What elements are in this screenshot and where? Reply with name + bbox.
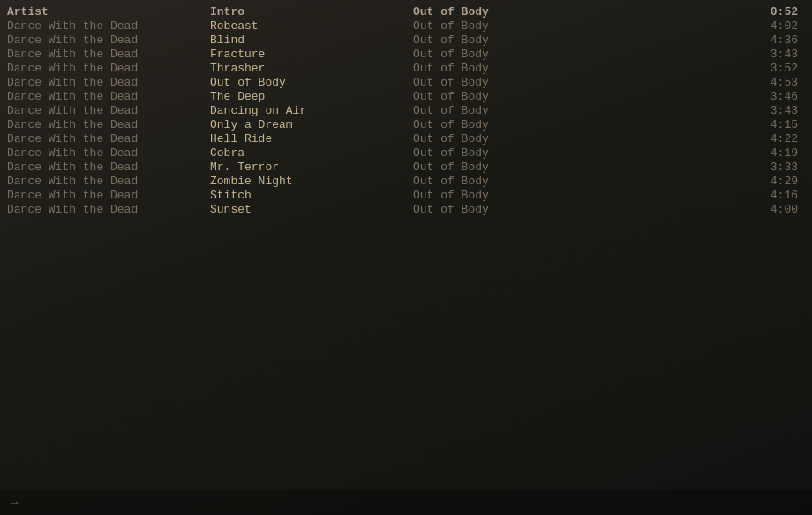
table-row[interactable]: Dance With the DeadSunsetOut of Body4:00: [0, 201, 812, 215]
track-title: Thrasher: [210, 62, 413, 75]
track-title: Blind: [210, 34, 413, 47]
track-album: Out of Body: [413, 146, 616, 160]
track-duration: 4:29: [616, 175, 805, 188]
track-duration: 3:43: [616, 48, 805, 61]
track-artist: Dance With the Dead: [7, 48, 210, 61]
track-artist: Dance With the Dead: [7, 76, 210, 89]
track-artist: Dance With the Dead: [7, 118, 210, 131]
header-artist-col: Artist: [7, 5, 210, 19]
track-artist: Dance With the Dead: [7, 62, 210, 75]
track-album: Out of Body: [413, 104, 616, 117]
track-artist: Dance With the Dead: [7, 175, 210, 188]
track-album: Out of Body: [413, 90, 616, 103]
track-list: Artist Intro Out of Body 0:52 Dance With…: [0, 0, 812, 219]
track-album: Out of Body: [413, 62, 616, 75]
track-album: Out of Body: [413, 175, 616, 188]
table-row[interactable]: Dance With the DeadOut of BodyOut of Bod…: [0, 74, 812, 88]
track-title: Cobra: [210, 146, 413, 160]
track-duration: 4:15: [616, 118, 805, 131]
header-duration-col: 0:52: [616, 5, 805, 19]
track-artist: Dance With the Dead: [7, 189, 210, 202]
track-duration: 3:43: [616, 104, 805, 117]
track-duration: 4:22: [616, 132, 805, 146]
track-duration: 3:33: [616, 160, 805, 174]
bottom-bar: →: [0, 490, 812, 515]
header-title-col: Intro: [210, 5, 413, 19]
track-duration: 3:46: [616, 90, 805, 103]
track-album: Out of Body: [413, 48, 616, 61]
track-artist: Dance With the Dead: [7, 90, 210, 103]
track-artist: Dance With the Dead: [7, 104, 210, 117]
track-title: Fracture: [210, 48, 413, 61]
track-album: Out of Body: [413, 19, 616, 33]
track-title: Sunset: [210, 203, 413, 216]
track-album: Out of Body: [413, 189, 616, 202]
table-row[interactable]: Dance With the DeadFractureOut of Body3:…: [0, 46, 812, 60]
track-title: Stitch: [210, 189, 413, 202]
track-album: Out of Body: [413, 118, 616, 131]
table-row[interactable]: Dance With the DeadRobeastOut of Body4:0…: [0, 18, 812, 32]
table-row[interactable]: Dance With the DeadStitchOut of Body4:16: [0, 187, 812, 201]
track-title: Out of Body: [210, 76, 413, 89]
table-row[interactable]: Dance With the DeadThrasherOut of Body3:…: [0, 60, 812, 74]
track-list-header: Artist Intro Out of Body 0:52: [0, 4, 812, 18]
track-title: Zombie Night: [210, 175, 413, 188]
table-row[interactable]: Dance With the DeadMr. TerrorOut of Body…: [0, 159, 812, 173]
table-row[interactable]: Dance With the DeadBlindOut of Body4:36: [0, 32, 812, 46]
table-row[interactable]: Dance With the DeadDancing on AirOut of …: [0, 102, 812, 116]
track-album: Out of Body: [413, 160, 616, 174]
track-album: Out of Body: [413, 132, 616, 146]
track-title: Mr. Terror: [210, 160, 413, 174]
track-title: Only a Dream: [210, 118, 413, 131]
track-artist: Dance With the Dead: [7, 146, 210, 160]
track-title: Hell Ride: [210, 132, 413, 146]
track-duration: 4:53: [616, 76, 805, 89]
track-album: Out of Body: [413, 203, 616, 216]
track-album: Out of Body: [413, 76, 616, 89]
track-album: Out of Body: [413, 34, 616, 47]
table-row[interactable]: Dance With the DeadZombie NightOut of Bo…: [0, 173, 812, 187]
table-row[interactable]: Dance With the DeadThe DeepOut of Body3:…: [0, 88, 812, 102]
table-row[interactable]: Dance With the DeadHell RideOut of Body4…: [0, 131, 812, 145]
track-duration: 4:36: [616, 34, 805, 47]
track-duration: 4:19: [616, 146, 805, 160]
arrow-icon: →: [11, 496, 18, 510]
track-duration: 4:16: [616, 189, 805, 202]
track-title: The Deep: [210, 90, 413, 103]
track-artist: Dance With the Dead: [7, 132, 210, 146]
track-title: Robeast: [210, 19, 413, 33]
track-artist: Dance With the Dead: [7, 19, 210, 33]
track-duration: 3:52: [616, 62, 805, 75]
track-duration: 4:02: [616, 19, 805, 33]
track-title: Dancing on Air: [210, 104, 413, 117]
table-row[interactable]: Dance With the DeadOnly a DreamOut of Bo…: [0, 116, 812, 131]
table-row[interactable]: Dance With the DeadCobraOut of Body4:19: [0, 145, 812, 159]
track-artist: Dance With the Dead: [7, 160, 210, 174]
track-artist: Dance With the Dead: [7, 34, 210, 47]
track-duration: 4:00: [616, 203, 805, 216]
track-artist: Dance With the Dead: [7, 203, 210, 216]
header-album-col: Out of Body: [413, 5, 616, 19]
